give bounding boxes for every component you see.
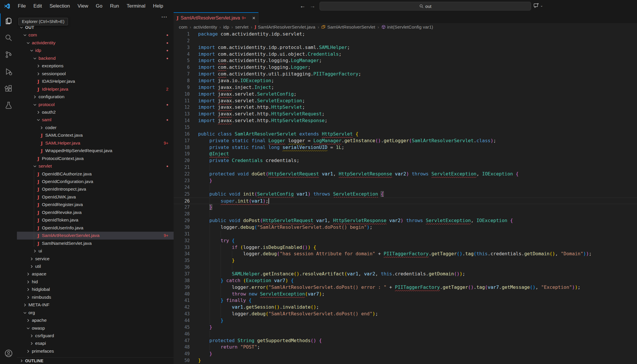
code-line-11[interactable]: 11import javax.servlet.ServletException; [174, 98, 637, 104]
tree-item-nimbusds[interactable]: nimbusds [17, 293, 174, 301]
chevron-down-icon[interactable]: ⌄ [540, 3, 543, 8]
tree-item-samlartresolverservlet-java[interactable]: JSamlArtResolverServlet.java9+ [17, 232, 174, 239]
code-line-20[interactable]: 20 private Credentials credentials; [174, 157, 637, 164]
breadcrumb-item-1[interactable]: com [179, 24, 187, 30]
code-line-49[interactable]: 49 } [174, 351, 637, 357]
code-line-8[interactable]: 8import java.io.IOException; [174, 78, 637, 84]
tree-item-sessionpool[interactable]: sessionpool [17, 70, 174, 78]
code-line-45[interactable]: 45 } [174, 324, 637, 331]
code-line-29[interactable]: 29 public void doPost(HttpServletRequest… [174, 217, 637, 224]
code-line-31[interactable]: 31 [174, 231, 637, 238]
code-line-30[interactable]: 30 logger.debug("SamlArtResolverServlet.… [174, 224, 637, 231]
code-line-3[interactable]: 3import com.actividentity.idp.protocol.s… [174, 44, 637, 51]
code-line-17[interactable]: 17 private static final Logger logger = … [174, 138, 637, 144]
menu-item-edit[interactable]: Edit [29, 0, 46, 12]
breadcrumb-item-6[interactable]: SamlArtResolverServlet [321, 24, 375, 30]
code-area[interactable]: 1package com.actividentity.idp.servlet;2… [174, 31, 637, 364]
tree-item-coder[interactable]: coder [17, 124, 174, 131]
testing-icon[interactable] [0, 97, 17, 114]
tab-samlartresolverservlet[interactable]: J SamlArtResolverServlet.java 9+ × [174, 12, 259, 23]
tree-item-oauth2[interactable]: oauth2 [17, 108, 174, 116]
code-line-48[interactable]: 48 return "POST"; [174, 344, 637, 351]
code-line-12[interactable]: 12import javax.servlet.http.HttpServlet; [174, 104, 637, 111]
tree-item-hidglobal[interactable]: hidglobal [17, 286, 174, 293]
tree-item-meta-inf[interactable]: META-INF [17, 301, 174, 309]
tree-item-com[interactable]: com● [17, 31, 174, 39]
menu-item-terminal[interactable]: Terminal [123, 0, 149, 12]
breadcrumb-item-4[interactable]: servlet [235, 24, 249, 30]
code-line-6[interactable]: 6import com.actividentity.logging.Logger… [174, 64, 637, 71]
tree-item-openidconfiguration-java[interactable]: JOpenIdConfiguration.java [17, 178, 174, 185]
breadcrumb-item-3[interactable]: idp [223, 24, 229, 30]
code-line-38[interactable]: 38 } catch (Exception var7) { [174, 277, 637, 284]
tree-item-apache[interactable]: apache [17, 316, 174, 324]
tree-item-idhelper-java[interactable]: JIdHelper.java2 [17, 85, 174, 93]
code-line-21[interactable]: 21 [174, 164, 637, 171]
breadcrumb-item-7[interactable]: init(ServletConfig var1) [381, 24, 433, 30]
tree-item-primefaces[interactable]: primefaces [17, 347, 174, 355]
files-icon[interactable] [0, 12, 17, 29]
tree-item-util[interactable]: util [17, 263, 174, 270]
tree-item-protocolcontext-java[interactable]: JProtocolContext.java [17, 155, 174, 162]
code-line-40[interactable]: 40 throw new ServletException(var7); [174, 291, 637, 298]
outline-section-header[interactable]: OUTLINE [17, 357, 174, 364]
code-line-14[interactable]: 14import javax.servlet.http.HttpServletR… [174, 117, 637, 124]
menu-item-selection[interactable]: Selection [46, 0, 74, 12]
code-line-46[interactable]: 46 [174, 331, 637, 337]
code-line-36[interactable]: 36 [174, 264, 637, 271]
tree-item-ui[interactable]: ui [17, 247, 174, 255]
tree-item-csrfguard[interactable]: csrfguard [17, 332, 174, 340]
tree-item-openidregister-java[interactable]: JOpenIdRegister.java [17, 201, 174, 208]
tree-item-service[interactable]: service [17, 255, 174, 263]
code-line-16[interactable]: 16public class SamlArtResolverServlet ex… [174, 131, 637, 138]
breadcrumb-item-5[interactable]: JSamlArtResolverServlet.java [254, 24, 315, 30]
code-line-15[interactable]: 15 [174, 124, 637, 131]
tree-item-saml[interactable]: saml● [17, 116, 174, 124]
code-line-34[interactable]: 34 logger.debug("has session Attribute f… [174, 251, 637, 257]
code-line-22[interactable]: 22 protected void doGet(HttpServletReque… [174, 171, 637, 177]
tree-item-openiduserinfo-java[interactable]: JOpenIdUserInfo.java [17, 224, 174, 232]
code-line-28[interactable]: 28 [174, 211, 637, 217]
code-line-13[interactable]: 13import javax.servlet.http.HttpServletR… [174, 111, 637, 117]
code-line-2[interactable]: 2 [174, 38, 637, 44]
menu-item-help[interactable]: Help [149, 0, 167, 12]
tree-item-idashelper-java[interactable]: JIDASHelper.java [17, 78, 174, 85]
code-line-23[interactable]: 23 } [174, 177, 637, 184]
tree-item-openidintrospect-java[interactable]: JOpenIdIntrospect.java [17, 185, 174, 193]
code-line-1[interactable]: 1package com.actividentity.idp.servlet; [174, 31, 637, 38]
code-line-19[interactable]: 19 @Inject [174, 151, 637, 157]
extensions-icon[interactable] [0, 80, 17, 97]
code-line-50[interactable]: 50} [174, 357, 637, 364]
tree-item-openidbcauthorize-java[interactable]: JOpenIdBCAuthorize.java [17, 170, 174, 178]
tree-item-openidjwk-java[interactable]: JOpenIdJWK.java [17, 193, 174, 201]
code-line-25[interactable]: 25 public void init(ServletConfig var1) … [174, 191, 637, 198]
code-line-43[interactable]: 43 logger.debug("SamlArtResolverServlet.… [174, 311, 637, 317]
run-debug-icon[interactable] [0, 63, 17, 80]
menu-item-go[interactable]: Go [92, 0, 106, 12]
code-line-32[interactable]: 32 try { [174, 238, 637, 244]
code-line-26[interactable]: 26 super.init(var1); [174, 198, 637, 204]
nav-forward-arrow-icon[interactable]: → [308, 0, 317, 12]
tree-item-openidrevoke-java[interactable]: JOpenIdRevoke.java [17, 209, 174, 216]
close-icon[interactable]: × [252, 15, 255, 21]
account-icon[interactable] [0, 345, 17, 362]
tree-item-esapi[interactable]: esapi [17, 340, 174, 347]
code-line-4[interactable]: 4import com.actividentity.idp.ui.object.… [174, 51, 637, 58]
breadcrumb-item-2[interactable]: actividentity [193, 24, 217, 30]
tree-item-samlhelper-java[interactable]: JSAMLHelper.java9+ [17, 139, 174, 147]
tree-item-exceptions[interactable]: exceptions [17, 62, 174, 70]
menu-item-view[interactable]: View [74, 0, 92, 12]
code-line-7[interactable]: 7import com.actividentity.util.piitaggin… [174, 71, 637, 78]
tree-item-samlcontext-java[interactable]: JSAMLContext.java [17, 131, 174, 139]
code-line-44[interactable]: 44 } [174, 317, 637, 324]
tree-item-openidtoken-java[interactable]: JOpenIdToken.java [17, 216, 174, 224]
code-line-42[interactable]: 42 var1.getSession().invalidate(); [174, 304, 637, 311]
menu-item-file[interactable]: File [14, 0, 29, 12]
code-line-5[interactable]: 5import com.actividentity.logging.LogMan… [174, 57, 637, 64]
tree-item-aspace[interactable]: aspace [17, 270, 174, 278]
code-line-24[interactable]: 24 [174, 184, 637, 191]
tree-item-idp[interactable]: idp● [17, 47, 174, 54]
code-line-39[interactable]: 39 logger.error("SamlArtResolverServlet.… [174, 284, 637, 291]
tree-item-owasp[interactable]: owasp [17, 324, 174, 332]
code-line-10[interactable]: 10import javax.servlet.ServletConfig; [174, 91, 637, 98]
